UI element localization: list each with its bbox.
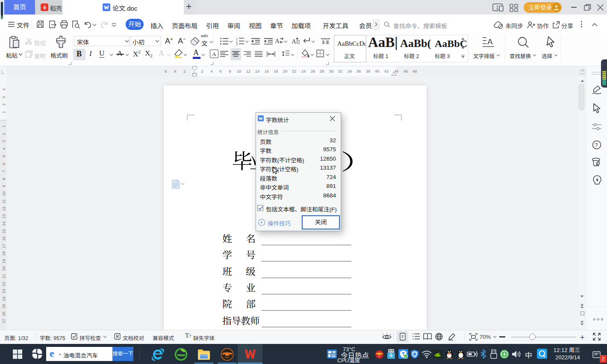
svg-text:A: A — [275, 38, 280, 44]
svg-text:A: A — [292, 38, 296, 45]
svg-text:3: 3 — [236, 43, 238, 46]
svg-text:A: A — [487, 37, 493, 46]
svg-text:?: ? — [595, 142, 598, 148]
svg-text:1: 1 — [496, 5, 499, 11]
